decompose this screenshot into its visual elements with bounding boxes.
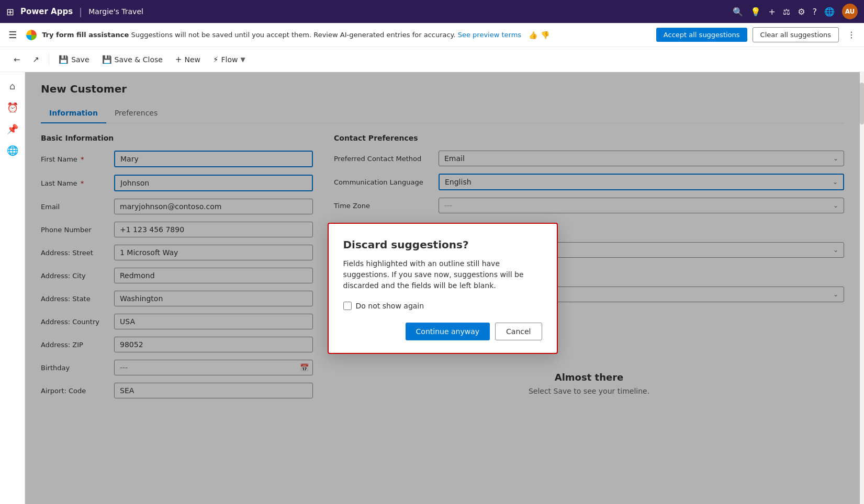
main-layout: ⌂ ⏰ 📌 🌐 New Customer Information Prefere… (0, 72, 864, 504)
flow-icon: ⚡ (213, 55, 219, 64)
flow-button[interactable]: ⚡ Flow ▼ (208, 52, 251, 67)
dialog-buttons: Continue anyway Cancel (343, 323, 542, 340)
flow-chevron: ▼ (241, 56, 245, 63)
back-button[interactable]: ← (8, 52, 26, 67)
filter-icon[interactable]: ⚖ (783, 7, 790, 17)
save-close-icon: 💾 (102, 55, 112, 64)
dialog-body: Fields highlighted with an outline still… (343, 258, 542, 291)
separator-1 (49, 53, 49, 66)
cancel-button[interactable]: Cancel (495, 323, 542, 340)
suggestion-bar: ☰ Try form fill assistance Suggestions w… (0, 23, 864, 47)
thumbs-up-button[interactable]: 👍 (529, 31, 537, 39)
new-button[interactable]: + New (170, 52, 206, 67)
divider: | (79, 6, 82, 17)
nav-pin-icon[interactable]: 📌 (3, 119, 23, 139)
app-name: Power Apps (20, 7, 73, 16)
sidebar-toggle-icon[interactable]: ⋮ (847, 30, 856, 40)
microsoft-logo (26, 30, 37, 40)
search-icon[interactable]: 🔍 (733, 7, 743, 17)
preview-terms-link[interactable]: See preview terms (458, 31, 521, 39)
settings-icon[interactable]: ⚙ (798, 7, 805, 17)
discard-dialog: Discard suggestions? Fields highlighted … (328, 223, 558, 354)
help-icon[interactable]: ? (813, 7, 817, 17)
nav-active-icon[interactable]: 🌐 (3, 141, 23, 160)
dont-show-row: Do not show again (343, 302, 542, 310)
suggestion-bold: Try form fill assistance (42, 31, 129, 39)
title-bar-right: 🔍 💡 + ⚖ ⚙ ? 🌐 AU (733, 4, 858, 19)
thumbs-group: 👍 👎 (529, 31, 549, 39)
globe-icon[interactable]: 🌐 (824, 7, 835, 17)
dialog-overlay: Discard suggestions? Fields highlighted … (25, 72, 860, 504)
new-icon: + (175, 55, 182, 64)
clear-all-button[interactable]: Clear all suggestions (753, 27, 839, 42)
forward-icon: ↗ (33, 55, 40, 64)
title-bar-left: ⊞ Power Apps | Margie's Travel (6, 6, 143, 17)
nav-recent-icon[interactable]: ⏰ (3, 98, 23, 117)
org-name: Margie's Travel (88, 7, 143, 16)
dialog-title: Discard suggestions? (343, 238, 542, 251)
suggestion-text: Try form fill assistance Suggestions wil… (42, 31, 521, 39)
nav-home-icon[interactable]: ⌂ (5, 76, 19, 96)
dont-show-label: Do not show again (356, 302, 424, 310)
waffle-icon[interactable]: ⊞ (6, 6, 14, 17)
thumbs-down-button[interactable]: 👎 (541, 31, 549, 39)
continue-anyway-button[interactable]: Continue anyway (406, 323, 490, 340)
scrollbar-track[interactable] (860, 72, 864, 504)
hamburger-icon[interactable]: ☰ (8, 29, 17, 40)
accept-all-button[interactable]: Accept all suggestions (656, 28, 747, 42)
dont-show-checkbox[interactable] (343, 302, 352, 310)
save-close-button[interactable]: 💾 Save & Close (97, 52, 168, 67)
plus-icon[interactable]: + (768, 7, 775, 17)
main-content: New Customer Information Preferences Bas… (25, 72, 860, 504)
back-icon: ← (14, 55, 20, 64)
forward-button[interactable]: ↗ (28, 52, 45, 67)
command-bar: ← ↗ 💾 Save 💾 Save & Close + New ⚡ Flow ▼ (0, 47, 864, 72)
left-nav: ⌂ ⏰ 📌 🌐 (0, 72, 25, 504)
avatar[interactable]: AU (842, 4, 858, 19)
idea-icon[interactable]: 💡 (750, 7, 761, 17)
scrollbar-thumb[interactable] (860, 83, 864, 124)
save-icon: 💾 (59, 55, 69, 64)
title-bar: ⊞ Power Apps | Margie's Travel 🔍 💡 + ⚖ ⚙… (0, 0, 864, 23)
save-button[interactable]: 💾 Save (53, 52, 94, 67)
